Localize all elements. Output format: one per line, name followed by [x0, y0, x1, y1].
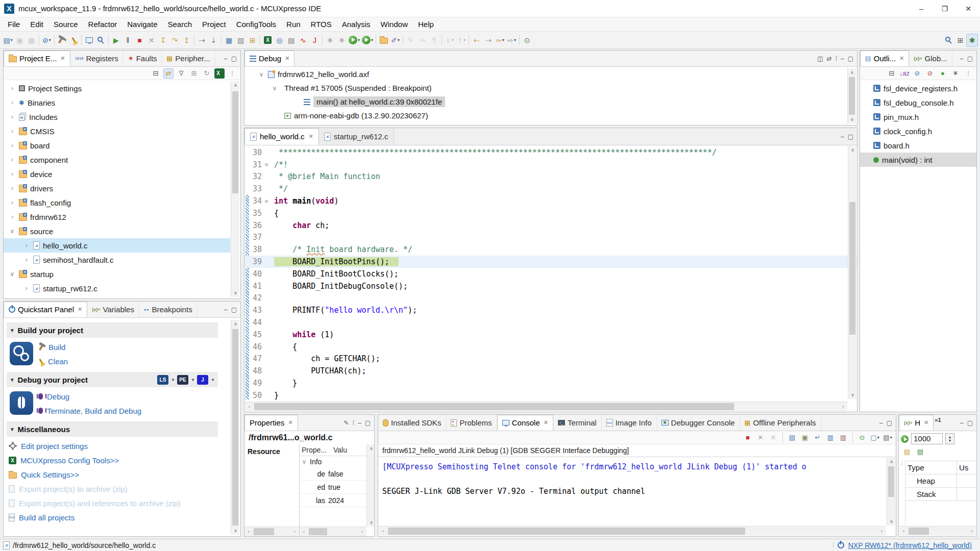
filter-button[interactable]: ∇	[176, 68, 186, 79]
line-number[interactable]: 43	[244, 306, 265, 315]
minimize-button[interactable]: –	[879, 419, 883, 427]
link-clean[interactable]: Clean	[38, 354, 68, 368]
stop-button[interactable]: ■	[743, 433, 753, 443]
chevron-right-icon[interactable]: ›	[23, 285, 30, 292]
minimize-button[interactable]: –	[224, 306, 228, 313]
heap-row[interactable]: Stack	[905, 488, 976, 501]
tree-item[interactable]: ›device	[4, 167, 230, 181]
outline-item[interactable]: clock_config.h	[860, 124, 976, 138]
view-menu-button[interactable]: ⁞	[836, 55, 837, 62]
maximize-button[interactable]: ▢	[887, 419, 892, 427]
hide-inactive-button[interactable]: ✳	[950, 68, 961, 79]
debug-tree-item[interactable]: arm-none-eabi-gdb (13.2.90.20230627)	[244, 109, 847, 122]
tab-registers[interactable]: Registers	[70, 51, 124, 66]
run-button[interactable]: ▾	[348, 34, 361, 47]
console-output[interactable]: [MCUXpresso Semihosting Telnet console f…	[378, 458, 887, 526]
editor-horizontal-scrollbar[interactable]: ‹ ›	[245, 402, 847, 411]
link-mcuxpresso-config-tools-[interactable]: MCUXpresso Config Tools>>	[9, 453, 229, 467]
show-stderr-button[interactable]: ▥	[838, 433, 848, 443]
debug-perspective-button[interactable]: ✱	[966, 34, 978, 47]
collapse-all-button[interactable]: ⊟	[151, 68, 161, 79]
pin-editor-button[interactable]: ⊙	[521, 34, 533, 47]
code-text[interactable]: * @brief Main function	[274, 172, 380, 181]
globe-button[interactable]: ◎	[274, 34, 285, 47]
tree-item[interactable]: ›Binaries	[4, 95, 230, 110]
menu-navigate[interactable]: Navigate	[122, 18, 162, 30]
section-header-build-your-project[interactable]: ▾Build your project	[7, 322, 218, 338]
scrollbar-thumb[interactable]	[232, 329, 238, 525]
hide-static-button[interactable]: ⊘	[925, 68, 935, 79]
close-icon[interactable]: ✕	[288, 419, 292, 426]
close-button[interactable]: ✕	[957, 0, 980, 17]
properties-left-hscrollbar[interactable]: ‹ ›	[244, 527, 299, 536]
scroll-down-button[interactable]: ∨	[887, 517, 896, 525]
new-view-button[interactable]: ▤	[902, 446, 912, 457]
menu-edit[interactable]: Edit	[26, 18, 48, 30]
scroll-left-button[interactable]: ‹	[244, 528, 253, 536]
section-header-miscellaneous[interactable]: ▾Miscellaneous	[7, 421, 218, 437]
code-text[interactable]: ****************************************…	[274, 148, 717, 157]
menu-source[interactable]: Source	[49, 18, 83, 30]
scroll-up-button[interactable]: ∧	[367, 444, 376, 453]
maximize-button[interactable]: ▢	[231, 306, 237, 313]
current-debug-line[interactable]: 39 BOARD_InitBootPins();	[244, 256, 857, 268]
chevron-right-icon[interactable]: ›	[23, 256, 30, 263]
debug-tree-item[interactable]: main() at hello_world.c:39 0x80021fe	[244, 95, 847, 109]
scrollbar-thumb[interactable]	[849, 202, 855, 335]
chevron-right-icon[interactable]: ›	[23, 242, 30, 249]
clean-button[interactable]	[68, 34, 80, 47]
outline-item[interactable]: pin_mux.h	[860, 110, 976, 124]
scroll-left-button[interactable]: ‹	[379, 527, 387, 535]
scroll-up-button[interactable]: ∧	[848, 68, 856, 77]
project-explorer-scrollbar[interactable]: ∧ ∨	[231, 81, 239, 297]
link-build-all-projects[interactable]: Build all projects	[9, 510, 229, 524]
chevron-right-icon[interactable]: ›	[9, 170, 16, 178]
code-line[interactable]: 34⊖int main(void)	[244, 195, 857, 207]
maximize-button[interactable]: ▢	[365, 419, 371, 427]
tree-item[interactable]: ∨source	[4, 224, 230, 238]
line-number[interactable]: 47	[244, 354, 265, 363]
tree-item[interactable]: ›board	[4, 138, 230, 153]
scroll-up-button[interactable]: ∧	[231, 320, 240, 328]
menu-window[interactable]: Window	[376, 18, 412, 30]
linkserver-probe[interactable]: LS	[157, 375, 168, 385]
dropdown-arrow-icon[interactable]: ▾	[514, 38, 516, 42]
tab-outli-[interactable]: Outli...✕	[860, 51, 909, 66]
heap-row[interactable]: Heap	[905, 474, 976, 488]
code-text[interactable]: int main(void)	[274, 196, 338, 206]
scroll-left-button[interactable]: ‹	[245, 403, 254, 411]
code-text[interactable]: BOARD_InitBootClocks();	[274, 269, 399, 279]
minimize-button[interactable]: –	[224, 55, 228, 62]
scroll-down-button[interactable]: ∨	[367, 518, 376, 527]
disconnect-button[interactable]: ✕	[145, 34, 157, 47]
line-number[interactable]: 30	[244, 148, 265, 157]
scroll-right-button[interactable]: ›	[839, 403, 847, 411]
close-icon[interactable]: ✕	[60, 55, 65, 62]
maximize-button[interactable]: ▢	[967, 419, 973, 427]
code-text[interactable]: }	[274, 379, 297, 388]
link-with-editor-button[interactable]: ⇄	[163, 68, 174, 79]
tab-debugger-console[interactable]: Debugger Console	[657, 415, 740, 431]
dropdown-arrow-icon[interactable]: ▾	[502, 38, 504, 42]
chevron-right-icon[interactable]: ›	[9, 142, 16, 149]
step-over-button[interactable]: ↷	[169, 34, 181, 47]
code-text[interactable]: {	[274, 209, 279, 218]
hide-fields-button[interactable]: ⊘	[912, 68, 922, 79]
tab-image-info[interactable]: Image Info	[602, 415, 657, 431]
outline-item[interactable]: main(void) : int	[860, 153, 976, 167]
ozone-button[interactable]: ∿	[297, 34, 309, 47]
tab-breakpoints[interactable]: Breakpoints	[139, 302, 198, 317]
memory-view-button[interactable]: ▦	[223, 34, 235, 47]
maximize-button[interactable]: ▢	[231, 55, 237, 62]
menu-project[interactable]: Project	[198, 18, 231, 30]
tab-peripher-[interactable]: Peripher...	[162, 51, 215, 66]
tab-quickstart-panel[interactable]: Quickstart Panel✕	[4, 302, 87, 317]
chevron-down-icon[interactable]: ∨	[258, 71, 265, 78]
scroll-left-button[interactable]: ‹	[300, 528, 308, 536]
line-number[interactable]: 31	[244, 160, 265, 169]
tab-glob-[interactable]: Glob...	[909, 51, 952, 66]
type-column-header[interactable]: Type	[905, 463, 957, 472]
menu-run[interactable]: Run	[282, 18, 305, 30]
tree-item[interactable]: ›Includes	[4, 110, 230, 124]
code-line[interactable]: 30 *************************************…	[244, 146, 857, 159]
